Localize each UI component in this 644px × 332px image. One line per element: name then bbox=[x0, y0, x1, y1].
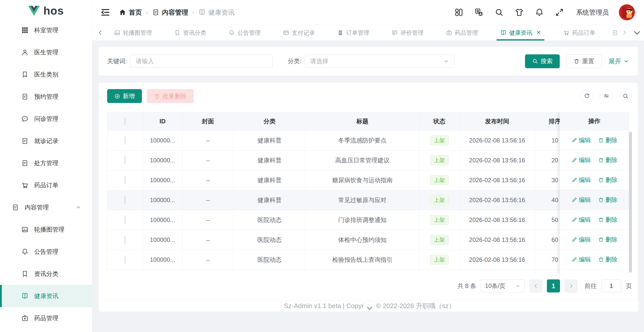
row-checkbox[interactable] bbox=[125, 156, 126, 164]
tab-资讯分类[interactable]: 资讯分类 bbox=[174, 25, 206, 41]
delete-button[interactable]: 删除 bbox=[598, 196, 618, 204]
sidebar-item-问诊管理[interactable]: 问诊管理 bbox=[0, 108, 92, 130]
tabs-dropdown-icon[interactable] bbox=[629, 25, 644, 41]
username[interactable]: 系统管理员 bbox=[576, 8, 609, 17]
page-size-value: 10条/页 bbox=[485, 282, 505, 290]
delete-button[interactable]: 删除 bbox=[598, 236, 618, 244]
delete-button[interactable]: 删除 bbox=[598, 176, 618, 184]
bookmark-icon bbox=[21, 270, 29, 278]
vertical-scrollbar[interactable] bbox=[629, 132, 632, 273]
table-search-icon[interactable] bbox=[619, 90, 632, 102]
page-size-select[interactable]: 10条/页 bbox=[481, 279, 525, 292]
sidebar-item-科室管理[interactable]: 科室管理 bbox=[0, 19, 92, 41]
tabs-scroll-left-icon[interactable] bbox=[92, 25, 108, 41]
breadcrumb-item-内容管理[interactable]: 内容管理 bbox=[152, 8, 188, 17]
close-icon[interactable]: ✕ bbox=[536, 29, 541, 36]
tab-评价管理[interactable]: 评价管理 bbox=[391, 25, 424, 41]
sidebar-item-医生类别[interactable]: 医生类别 bbox=[0, 63, 92, 86]
row-checkbox[interactable] bbox=[125, 136, 126, 144]
theme-tshirt-icon[interactable] bbox=[514, 7, 524, 17]
delete-button[interactable]: 删除 bbox=[598, 156, 618, 164]
row-checkbox[interactable] bbox=[125, 216, 126, 224]
sidebar-item-label: 内容管理 bbox=[25, 203, 49, 211]
table-row: 100000...--医院动态就医流程说明上架2026-02-08 13:56:… bbox=[107, 270, 629, 274]
sidebar-item-label: 问诊管理 bbox=[34, 115, 58, 123]
tab-公告管理[interactable]: 公告管理 bbox=[228, 25, 261, 41]
tab-label: 健康资讯 bbox=[509, 29, 532, 37]
cell-title: 糖尿病饮食与运动指南 bbox=[306, 170, 419, 190]
trash-icon bbox=[574, 58, 580, 64]
search-icon[interactable] bbox=[494, 7, 504, 17]
tabs-scroll-right-icon[interactable] bbox=[621, 30, 627, 36]
logo-text: hos bbox=[43, 5, 64, 17]
cell-id: 100000... bbox=[143, 250, 182, 270]
row-checkbox[interactable] bbox=[125, 176, 126, 184]
prev-page-button[interactable] bbox=[529, 279, 542, 292]
goto-page-input[interactable] bbox=[601, 279, 621, 292]
expand-filters-link[interactable]: 展开 bbox=[609, 57, 629, 65]
category-label: 分类: bbox=[288, 57, 302, 65]
tab-轮播图管理[interactable]: 轮播图管理 bbox=[114, 25, 152, 41]
batch-delete-button[interactable]: 批量删除 bbox=[147, 89, 194, 103]
edit-button[interactable]: 编辑 bbox=[571, 216, 591, 224]
sidebar-item-健康资讯[interactable]: 健康资讯 bbox=[0, 285, 92, 307]
app-logo[interactable]: hos bbox=[0, 0, 92, 19]
breadcrumb-item-首页[interactable]: 首页 bbox=[119, 8, 142, 17]
edit-button[interactable]: 编辑 bbox=[571, 236, 591, 244]
table-tools bbox=[580, 90, 632, 102]
tab-支付记录[interactable]: 支付记录 bbox=[283, 25, 315, 41]
translate-icon[interactable] bbox=[474, 7, 484, 17]
edit-button[interactable]: 编辑 bbox=[571, 176, 591, 184]
row-checkbox[interactable] bbox=[125, 236, 126, 244]
sidebar-item-轮播图管理[interactable]: 轮播图管理 bbox=[0, 218, 92, 241]
app-root: hos 科室管理医生管理医生类别预约管理问诊管理就诊记录处方管理药品订单内容管理… bbox=[0, 0, 644, 332]
tab-药品订单[interactable]: 药品订单 bbox=[563, 25, 595, 41]
cell-publish-time: 2026-02-08 13:56:16 bbox=[460, 131, 535, 151]
edit-button[interactable]: 编辑 bbox=[571, 196, 591, 204]
reset-button[interactable]: 重置 bbox=[566, 54, 601, 68]
tab-药品管理[interactable]: 药品管理 bbox=[446, 25, 478, 41]
column-settings-icon[interactable] bbox=[600, 90, 613, 102]
category-select[interactable]: 请选择 bbox=[305, 55, 455, 68]
row-checkbox[interactable] bbox=[125, 256, 126, 264]
sidebar-item-药品订单[interactable]: 药品订单 bbox=[0, 174, 92, 196]
tab-订单管理[interactable]: 订单管理 bbox=[337, 25, 369, 41]
sidebar-item-公告管理[interactable]: 公告管理 bbox=[0, 241, 92, 263]
tab-健康资讯[interactable]: 健康资讯✕ bbox=[500, 25, 541, 41]
fullscreen-icon[interactable] bbox=[554, 7, 565, 17]
search-button[interactable]: 搜索 bbox=[525, 54, 560, 68]
delete-button[interactable]: 删除 bbox=[598, 136, 618, 144]
refresh-icon[interactable] bbox=[580, 90, 593, 102]
cell-category: 医院动态 bbox=[234, 210, 306, 230]
row-actions: 编辑删除 bbox=[560, 230, 629, 250]
sidebar-fold-icon[interactable] bbox=[101, 7, 111, 17]
sidebar-item-药品管理[interactable]: 药品管理 bbox=[0, 307, 92, 329]
sidebar-item-处方管理[interactable]: 处方管理 bbox=[0, 152, 92, 174]
tab-label: 支付记录 bbox=[292, 29, 315, 37]
cell-cover: -- bbox=[182, 151, 234, 170]
sidebar-item-内容管理[interactable]: 内容管理 bbox=[0, 196, 92, 218]
edit-button[interactable]: 编辑 bbox=[571, 156, 591, 164]
keyword-input[interactable] bbox=[131, 55, 273, 68]
sidebar-item-就诊记录[interactable]: 就诊记录 bbox=[0, 130, 92, 152]
edit-button[interactable]: 编辑 bbox=[571, 255, 591, 264]
sidebar-item-医生管理[interactable]: 医生管理 bbox=[0, 41, 92, 63]
delete-button[interactable]: 删除 bbox=[598, 216, 618, 224]
sidebar-item-预约管理[interactable]: 预约管理 bbox=[0, 86, 92, 108]
select-all-checkbox[interactable] bbox=[125, 117, 126, 125]
delete-button[interactable]: 删除 bbox=[598, 255, 618, 264]
add-button[interactable]: 新增 bbox=[107, 89, 142, 103]
sidebar-item-资讯分类[interactable]: 资讯分类 bbox=[0, 263, 92, 285]
avatar[interactable] bbox=[619, 4, 635, 20]
row-checkbox[interactable] bbox=[125, 196, 126, 204]
chat-icon bbox=[21, 115, 29, 123]
next-page-button[interactable] bbox=[565, 279, 578, 292]
layout-columns-icon[interactable] bbox=[454, 7, 464, 17]
table-row: 100000...--医院动态检验报告线上查询指引上架2026-02-08 13… bbox=[107, 250, 629, 270]
chevron-up-icon bbox=[75, 204, 82, 210]
column-header: 标题 bbox=[306, 112, 419, 131]
edit-button[interactable]: 编辑 bbox=[571, 136, 591, 144]
current-page-button[interactable]: 1 bbox=[547, 279, 560, 292]
notification-bell-icon[interactable] bbox=[534, 7, 544, 17]
chevron-down-icon bbox=[443, 58, 449, 64]
